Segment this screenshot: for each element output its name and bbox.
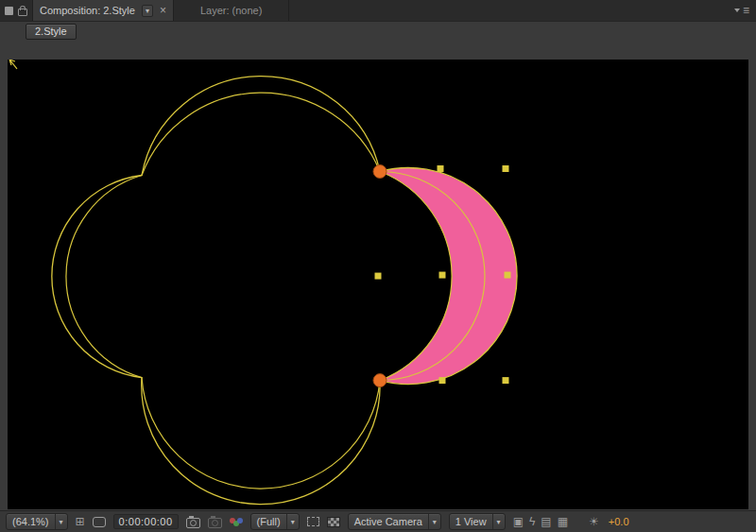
panel-menu-button[interactable]: ≡: [728, 0, 756, 21]
panel-tab-bar: Composition: 2.Style ▾ × Layer: (none) ≡: [0, 0, 756, 22]
comp-mini-flowchart-button[interactable]: 2.Style: [26, 24, 77, 40]
region-of-interest-icon[interactable]: [307, 517, 319, 526]
fast-previews-icon[interactable]: ϟ: [529, 516, 535, 527]
snapshot-camera-icon[interactable]: [186, 518, 200, 528]
show-snapshot-icon[interactable]: [208, 518, 222, 528]
grid-guide-options-icon[interactable]: ⊞: [76, 516, 85, 527]
panel-menu-icon: ≡: [743, 5, 749, 16]
mask-path-inner[interactable]: [66, 93, 452, 489]
panel-tab-icons: [0, 0, 32, 21]
tab-layer-label: Layer: (none): [200, 5, 262, 16]
tab-layer[interactable]: Layer: (none): [174, 0, 289, 21]
viewer-toolbar: (64.1%) ▾ ⊞ 0:00:00:00 (Full) ▾ Active C…: [0, 510, 756, 532]
mask-visibility-icon[interactable]: [93, 517, 106, 527]
tab-composition[interactable]: Composition: 2.Style ▾ ×: [32, 0, 174, 21]
chevron-down-icon: ▾: [286, 514, 299, 529]
tab-composition-label: Composition: 2.Style: [40, 5, 135, 16]
composition-panel: Composition: 2.Style ▾ × Layer: (none) ≡…: [0, 0, 756, 532]
viewer-option-icons: ▣ ϟ ▤ ▦: [513, 516, 568, 527]
reset-exposure-icon[interactable]: ☀: [589, 516, 599, 527]
mask-path-outer[interactable]: [52, 77, 517, 505]
resolution-value: (Full): [251, 516, 286, 527]
chevron-down-icon: ▾: [55, 514, 67, 529]
comp-canvas[interactable]: [8, 60, 748, 509]
panel-grip-icon: [5, 7, 13, 15]
pixel-aspect-icon[interactable]: ▣: [513, 516, 524, 527]
resolution-dropdown[interactable]: (Full) ▾: [250, 513, 300, 530]
selection-handle[interactable]: [439, 377, 446, 384]
3d-view-value: Active Camera: [349, 516, 428, 527]
selection-handle[interactable]: [375, 273, 382, 280]
selection-handle[interactable]: [503, 377, 509, 384]
comp-flowchart-icon[interactable]: ▦: [558, 516, 568, 527]
viewer-lock-icon[interactable]: [18, 9, 27, 16]
mask-vertex-bottom[interactable]: [373, 374, 387, 387]
exposure-value[interactable]: +0.0: [609, 516, 629, 527]
show-channel-icon[interactable]: [230, 517, 243, 526]
timeline-icon[interactable]: ▤: [541, 516, 551, 527]
shape-fill-crescent[interactable]: [380, 168, 517, 385]
chevron-down-icon: ▾: [492, 514, 505, 529]
current-time-display[interactable]: 0:00:00:00: [113, 514, 179, 529]
panel-menu-arrow-icon: [734, 9, 740, 12]
selection-handle[interactable]: [438, 165, 444, 172]
transparency-grid-icon[interactable]: [327, 517, 340, 527]
view-layout-dropdown[interactable]: 1 View ▾: [449, 513, 506, 530]
chevron-down-icon: ▾: [428, 514, 440, 529]
magnification-value: (64.1%): [7, 516, 55, 527]
viewer-menu-arrow-icon[interactable]: ▾: [142, 5, 153, 17]
close-tab-icon[interactable]: ×: [160, 5, 166, 16]
view-layout-value: 1 View: [450, 516, 492, 527]
mask-vertex-top[interactable]: [373, 165, 387, 179]
selection-handle[interactable]: [503, 165, 509, 172]
pen-cursor-artifact: [9, 60, 17, 69]
composition-viewport[interactable]: [8, 60, 748, 509]
magnification-dropdown[interactable]: (64.1%) ▾: [6, 513, 68, 530]
pasteboard: 2.Style: [0, 22, 756, 510]
3d-view-dropdown[interactable]: Active Camera ▾: [348, 513, 441, 530]
anchor-point-handle[interactable]: [439, 272, 446, 279]
selection-handle[interactable]: [505, 272, 511, 279]
